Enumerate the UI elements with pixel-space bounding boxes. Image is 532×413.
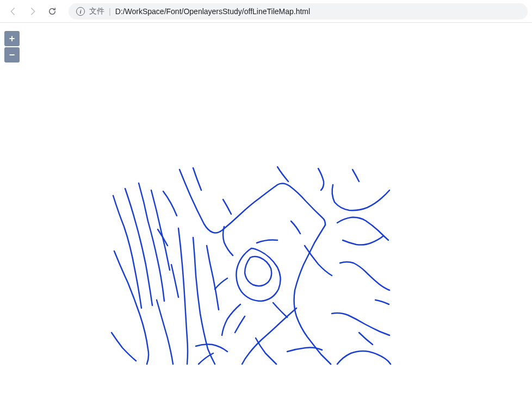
address-bar[interactable]: i 文件 | D:/WorkSpace/Font/OpenlayersStudy… [69,3,528,20]
map-zoom-controls: + − [4,31,20,62]
map-canvas[interactable] [109,164,392,365]
zoom-out-button[interactable]: − [4,47,20,62]
file-protocol-label: 文件 [89,7,104,16]
forward-button[interactable] [24,3,41,20]
address-separator: | [109,7,111,16]
zoom-in-button[interactable]: + [4,31,20,46]
url-text: D:/WorkSpace/Font/OpenlayersStudy/offLin… [115,7,310,16]
browser-toolbar: i 文件 | D:/WorkSpace/Font/OpenlayersStudy… [0,0,532,23]
map-tile-svg [109,164,392,365]
info-icon: i [76,7,85,16]
back-button[interactable] [4,3,22,20]
reload-button[interactable] [44,3,61,20]
reload-icon [47,7,57,16]
arrow-right-icon [28,7,38,16]
arrow-left-icon [8,7,18,16]
page-content: + − [0,23,532,413]
